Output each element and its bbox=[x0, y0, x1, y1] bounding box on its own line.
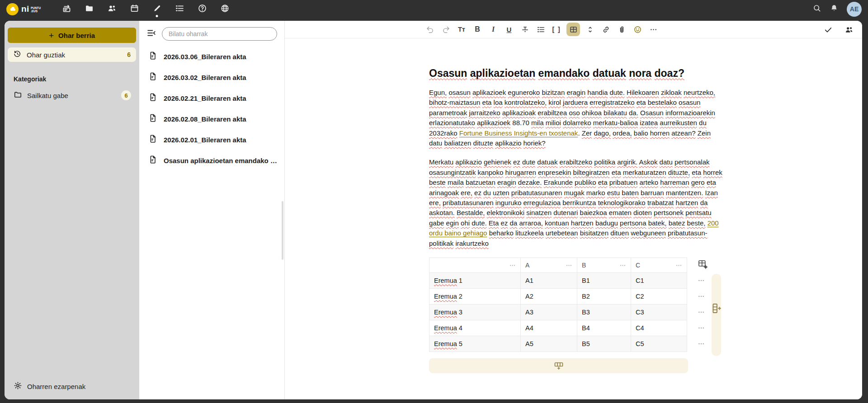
emoji-button[interactable] bbox=[632, 23, 643, 35]
underline-icon: U bbox=[507, 26, 512, 33]
table-properties-button[interactable] bbox=[698, 259, 708, 271]
table-cell[interactable]: C1 bbox=[631, 273, 687, 289]
new-note-button[interactable]: + Ohar berria bbox=[8, 28, 136, 43]
row-menu-button[interactable] bbox=[694, 272, 708, 288]
table-cell[interactable]: Eremua 4 bbox=[429, 320, 521, 336]
add-column-button[interactable] bbox=[709, 302, 722, 316]
underline-button[interactable]: U bbox=[503, 23, 515, 35]
editor-paragraph: Merkatu aplikazio gehienek ez dute datua… bbox=[429, 157, 724, 248]
save-icon bbox=[824, 25, 833, 34]
note-file-icon bbox=[148, 93, 157, 103]
italic-button[interactable]: I bbox=[487, 23, 499, 35]
row-menu-button[interactable] bbox=[694, 288, 708, 304]
save-button[interactable] bbox=[822, 24, 834, 36]
app-logo[interactable]: ni PUNTU .EUS bbox=[6, 3, 41, 15]
add-row-button[interactable] bbox=[429, 358, 688, 373]
notes-panel: 2026.03.06_Bileraren akta2026.03.02_Bile… bbox=[139, 21, 285, 399]
bullet-list-icon bbox=[537, 25, 545, 34]
table-cell[interactable]: B2 bbox=[577, 289, 631, 305]
column-menu-button[interactable] bbox=[619, 262, 626, 269]
nav-tasks-button[interactable] bbox=[168, 0, 191, 18]
table-cell[interactable]: A3 bbox=[521, 305, 577, 320]
notifications-button[interactable] bbox=[830, 4, 839, 14]
table-cell[interactable]: C2 bbox=[631, 289, 687, 305]
inline-link[interactable]: Fortune Business Insights-en txostenak bbox=[459, 129, 578, 137]
emoji-icon bbox=[633, 25, 642, 34]
notes-icon bbox=[152, 4, 162, 15]
table-row-menus bbox=[694, 272, 708, 351]
text-style-button[interactable]: Tт bbox=[456, 23, 467, 35]
table-cell[interactable]: B1 bbox=[577, 273, 631, 289]
category-count-badge: 6 bbox=[121, 90, 131, 100]
note-list-item[interactable]: 2026.02.21_Bileraren akta bbox=[139, 88, 284, 108]
table-cell[interactable]: A4 bbox=[521, 320, 577, 336]
note-list-item[interactable]: 2026.02.08_Bileraren akta bbox=[139, 108, 284, 129]
row-menu-button[interactable] bbox=[694, 336, 708, 351]
sidebar-item-all-notes[interactable]: Ohar guztiak 6 bbox=[8, 47, 136, 62]
table-cell[interactable]: B5 bbox=[577, 336, 631, 352]
bullet-list-button[interactable] bbox=[535, 23, 547, 35]
webmail-icon bbox=[62, 4, 71, 15]
gear-icon bbox=[14, 381, 22, 391]
search-icon bbox=[812, 4, 821, 14]
files-icon bbox=[85, 4, 94, 15]
table-cell[interactable]: A1 bbox=[521, 273, 577, 289]
all-notes-count: 6 bbox=[127, 51, 131, 58]
note-file-icon bbox=[148, 134, 157, 145]
notes-scrollbar[interactable] bbox=[282, 201, 283, 260]
undo-button[interactable] bbox=[424, 23, 436, 35]
column-label: A bbox=[525, 262, 566, 269]
strikethrough-icon bbox=[521, 25, 529, 34]
table-cell[interactable]: C3 bbox=[631, 305, 687, 320]
column-menu-button[interactable] bbox=[675, 262, 682, 269]
notes-settings-button[interactable]: Oharren ezarpenak bbox=[14, 381, 85, 391]
nav-contacts-button[interactable] bbox=[100, 0, 123, 18]
table-cell[interactable]: B3 bbox=[577, 305, 631, 320]
more-button[interactable] bbox=[647, 23, 659, 35]
note-list-item[interactable]: 2026.03.02_Bileraren akta bbox=[139, 67, 284, 88]
row-menu-button[interactable] bbox=[694, 320, 708, 336]
table-cell[interactable]: A2 bbox=[521, 289, 577, 305]
table-cell[interactable]: C4 bbox=[631, 320, 687, 336]
expand-button[interactable] bbox=[584, 23, 596, 35]
table-cell[interactable]: Eremua 5 bbox=[429, 336, 521, 352]
table-cell[interactable]: A5 bbox=[521, 336, 577, 352]
table-cell[interactable]: Eremua 1 bbox=[429, 273, 521, 289]
nav-calendar-button[interactable] bbox=[123, 0, 146, 18]
collaborators-button[interactable] bbox=[843, 24, 855, 36]
editor-content[interactable]: Osasun aplikazioetan emandako datuak nor… bbox=[285, 38, 862, 399]
table-cell[interactable]: C5 bbox=[631, 336, 687, 352]
nav-help-button[interactable] bbox=[191, 0, 213, 18]
sidebar-category-item[interactable]: Sailkatu gabe6 bbox=[8, 88, 136, 103]
avatar[interactable]: AE bbox=[847, 2, 862, 17]
collapse-sidebar-button[interactable] bbox=[146, 28, 156, 40]
redo-button[interactable] bbox=[440, 23, 452, 35]
history-icon bbox=[13, 50, 22, 60]
brackets-button[interactable]: [ ] bbox=[551, 23, 562, 35]
note-list-item[interactable]: Osasun aplikazioetan emandako d… bbox=[139, 150, 284, 171]
table-cell[interactable]: B4 bbox=[577, 320, 631, 336]
attachment-icon bbox=[618, 25, 626, 34]
table-gear-icon bbox=[698, 263, 708, 271]
nav-language-button[interactable] bbox=[213, 0, 236, 18]
column-menu-button[interactable] bbox=[509, 262, 516, 269]
table-cell[interactable]: Eremua 2 bbox=[429, 289, 521, 305]
table-row: Eremua 1A1B1C1 bbox=[429, 273, 687, 289]
strikethrough-button[interactable] bbox=[519, 23, 531, 35]
nav-webmail-button[interactable] bbox=[55, 0, 78, 18]
note-list-item[interactable]: 2026.02.01_Bileraren akta bbox=[139, 129, 284, 150]
nav-files-button[interactable] bbox=[78, 0, 100, 18]
table-cell[interactable]: Eremua 3 bbox=[429, 305, 521, 320]
logo-cloud-icon bbox=[6, 3, 19, 15]
search-notes-input[interactable] bbox=[162, 27, 277, 41]
search-button[interactable] bbox=[812, 4, 821, 14]
table-button[interactable] bbox=[566, 23, 580, 36]
table-header-cell: A bbox=[521, 258, 577, 273]
bold-button[interactable]: B bbox=[472, 23, 483, 35]
attachment-button[interactable] bbox=[616, 23, 627, 35]
nav-notes-button[interactable] bbox=[146, 0, 168, 18]
row-menu-button[interactable] bbox=[694, 304, 708, 320]
note-list-item[interactable]: 2026.03.06_Bileraren akta bbox=[139, 46, 284, 67]
link-button[interactable] bbox=[600, 23, 612, 35]
column-menu-button[interactable] bbox=[566, 262, 572, 269]
